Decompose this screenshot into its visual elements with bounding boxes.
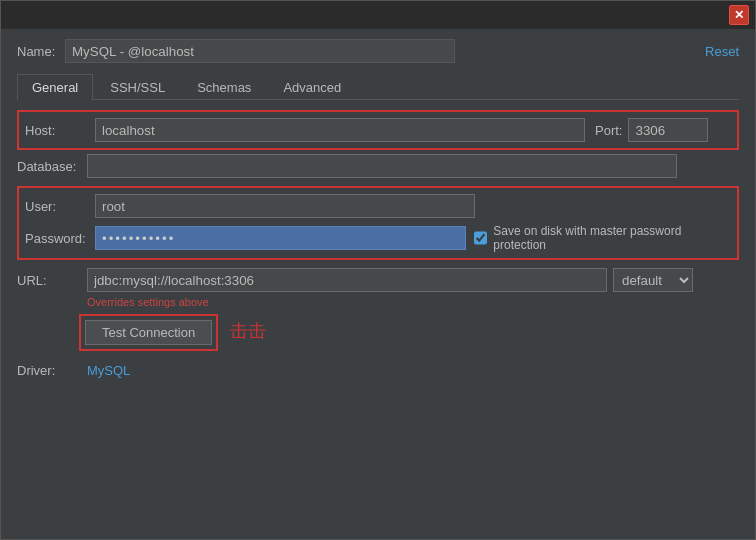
name-row: Name: Reset [17,39,739,63]
tab-sshssl[interactable]: SSH/SSL [95,74,180,100]
user-pass-box: User: Password: Save on disk with master… [17,186,739,260]
tabs-bar: General SSH/SSL Schemas Advanced [17,73,739,100]
password-label: Password: [25,231,95,246]
url-input[interactable] [87,268,607,292]
password-row: Password: Save on disk with master passw… [25,224,731,252]
form-area: Host: Port: Database: User: Password: [17,100,739,388]
host-input[interactable] [95,118,585,142]
url-row: URL: default [17,268,739,292]
test-connection-button[interactable]: Test Connection [85,320,212,345]
host-port-box: Host: Port: [17,110,739,150]
tab-advanced[interactable]: Advanced [268,74,356,100]
tab-general[interactable]: General [17,74,93,100]
annotation-icon: 击击 [230,321,266,341]
database-label: Database: [17,159,87,174]
save-disk-checkbox[interactable] [474,231,488,245]
name-input[interactable] [65,39,455,63]
overrides-text: Overrides settings above [87,296,739,308]
host-label: Host: [25,123,95,138]
titlebar: ✕ [1,1,755,29]
database-row: Database: [17,154,739,178]
port-label: Port: [595,123,622,138]
tab-schemas[interactable]: Schemas [182,74,266,100]
test-connection-box: Test Connection [79,314,218,351]
reset-link[interactable]: Reset [705,44,739,59]
user-label: User: [25,199,95,214]
port-input[interactable] [628,118,708,142]
name-label: Name: [17,44,57,59]
database-input[interactable] [87,154,677,178]
password-input[interactable] [95,226,466,250]
user-input[interactable] [95,194,475,218]
save-disk-row: Save on disk with master password protec… [474,224,731,252]
close-button[interactable]: ✕ [729,5,749,25]
user-row: User: [25,194,731,218]
url-label: URL: [17,273,87,288]
save-disk-label: Save on disk with master password protec… [493,224,731,252]
driver-label: Driver: [17,363,87,378]
url-scheme-select[interactable]: default [613,268,693,292]
main-window: ✕ Name: Reset General SSH/SSL Schemas Ad… [0,0,756,540]
content-area: Name: Reset General SSH/SSL Schemas Adva… [1,29,755,398]
driver-row: Driver: MySQL [17,363,739,378]
driver-value[interactable]: MySQL [87,363,130,378]
